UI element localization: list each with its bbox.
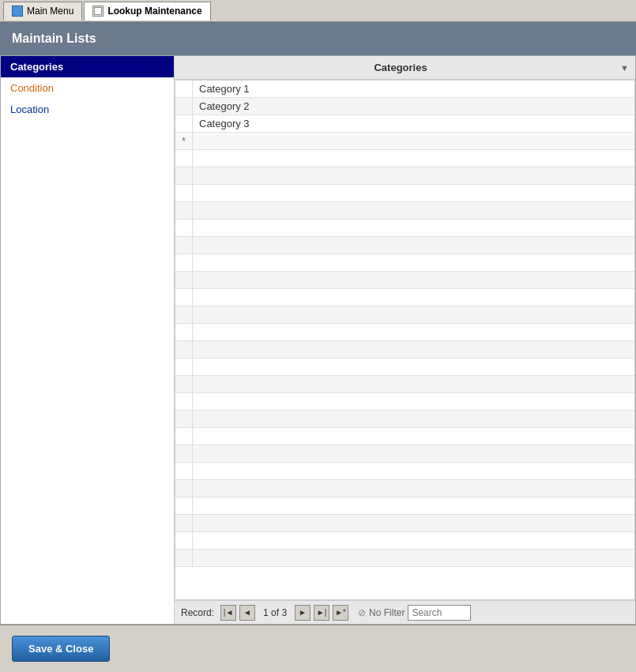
row-indicator-e [175, 306, 193, 323]
sort-arrow-icon[interactable]: ▼ [620, 63, 629, 73]
row-indicator-e [175, 428, 193, 445]
tab-lookup-maintenance-label: Lookup Maintenance [107, 6, 201, 17]
row-cell-new[interactable] [193, 140, 634, 143]
sidebar-item-condition[interactable]: Condition [1, 77, 174, 99]
row-indicator-1 [175, 81, 193, 97]
table-row-empty [175, 497, 634, 515]
table-row-empty [175, 480, 634, 497]
table-row-empty [175, 445, 634, 463]
table-row-empty [175, 428, 634, 445]
no-filter-label: No Filter [369, 607, 405, 618]
table-row-empty [175, 532, 634, 550]
row-indicator-e [175, 376, 193, 392]
row-cell-1[interactable]: Category 1 [193, 81, 634, 96]
table-row-empty [175, 220, 634, 237]
table-row-empty [175, 550, 634, 567]
table-row-empty [175, 306, 634, 324]
row-cell-3[interactable]: Category 3 [193, 116, 634, 131]
row-indicator-e [175, 480, 193, 497]
table-row-empty [175, 237, 634, 254]
row-indicator-e [175, 532, 193, 549]
navigation-bar: Record: |◄ ◄ 1 of 3 ► ►| ►* ⊘ No Filter [175, 600, 635, 624]
row-indicator-e [175, 150, 193, 167]
tab-main-menu[interactable]: Main Menu [3, 2, 82, 21]
table-row-empty [175, 515, 634, 532]
funnel-icon: ⊘ [358, 607, 366, 618]
nav-page-indicator: 1 of 3 [258, 607, 292, 618]
page-title: Maintain Lists [12, 32, 96, 46]
table-row-empty [175, 289, 634, 306]
sidebar: Categories Condition Location [1, 56, 175, 624]
table-row-empty [175, 167, 634, 185]
row-indicator-2 [175, 98, 193, 115]
save-close-button[interactable]: Save & Close [12, 636, 110, 662]
table-row-empty [175, 254, 634, 272]
grid-body: Category 1 Category 2 Category 3 * [175, 80, 635, 600]
sidebar-item-categories[interactable]: Categories [1, 56, 174, 77]
table-row[interactable]: Category 1 [175, 81, 634, 98]
row-indicator-e [175, 237, 193, 253]
filter-area: ⊘ No Filter [358, 607, 405, 618]
nav-prev-button[interactable]: ◄ [239, 605, 255, 621]
row-indicator-e [175, 220, 193, 236]
table-row-empty [175, 272, 634, 289]
table-row-empty [175, 341, 634, 359]
table-row-empty [175, 185, 634, 202]
row-indicator-e [175, 289, 193, 306]
row-indicator-e [175, 463, 193, 479]
table-row[interactable]: Category 2 [175, 98, 634, 115]
nav-next-button[interactable]: ► [295, 605, 310, 621]
bottom-bar: Save & Close [0, 625, 636, 672]
tab-main-menu-label: Main Menu [27, 6, 73, 17]
table-row-empty [175, 150, 634, 167]
table-row-empty [175, 411, 634, 428]
lookup-maintenance-icon [92, 6, 103, 17]
row-indicator-e [175, 272, 193, 288]
table-row-empty [175, 202, 634, 220]
main-content: Categories Condition Location Categories… [0, 55, 636, 625]
row-indicator-e [175, 497, 193, 514]
nav-first-button[interactable]: |◄ [220, 605, 236, 621]
nav-last-button[interactable]: ►| [314, 605, 329, 621]
table-row-empty [175, 359, 634, 376]
title-bar: Maintain Lists [0, 22, 636, 55]
table-row-empty [175, 324, 634, 341]
table-row-new[interactable]: * [175, 133, 634, 150]
table-row-empty [175, 376, 634, 393]
row-indicator-e [175, 550, 193, 566]
row-indicator-e [175, 359, 193, 375]
row-indicator-new: * [175, 133, 193, 149]
row-indicator-e [175, 411, 193, 427]
tab-lookup-maintenance[interactable]: Lookup Maintenance [84, 2, 210, 21]
row-indicator-e [175, 254, 193, 271]
row-indicator-e [175, 445, 193, 462]
nav-new-button[interactable]: ►* [333, 605, 348, 621]
tab-bar: Main Menu Lookup Maintenance [0, 0, 636, 22]
row-indicator-e [175, 167, 193, 184]
row-cell-2[interactable]: Category 2 [193, 99, 634, 114]
row-indicator-e [175, 185, 193, 201]
row-indicator-e [175, 515, 193, 531]
row-indicator-e [175, 202, 193, 219]
row-indicator-e [175, 393, 193, 410]
record-label: Record: [181, 607, 214, 618]
main-menu-icon [12, 6, 23, 17]
table-row-empty [175, 393, 634, 411]
table-row[interactable]: Category 3 [175, 115, 634, 133]
row-indicator-e [175, 324, 193, 340]
table-row-empty [175, 463, 634, 480]
grid-header: Categories ▼ [175, 56, 635, 80]
row-indicator-3 [175, 115, 193, 132]
row-indicator-e [175, 341, 193, 358]
grid-column-header: Categories [181, 62, 620, 73]
sidebar-item-location[interactable]: Location [1, 99, 174, 120]
search-input[interactable] [408, 605, 471, 621]
right-panel: Categories ▼ Category 1 Category 2 Categ… [175, 56, 635, 624]
